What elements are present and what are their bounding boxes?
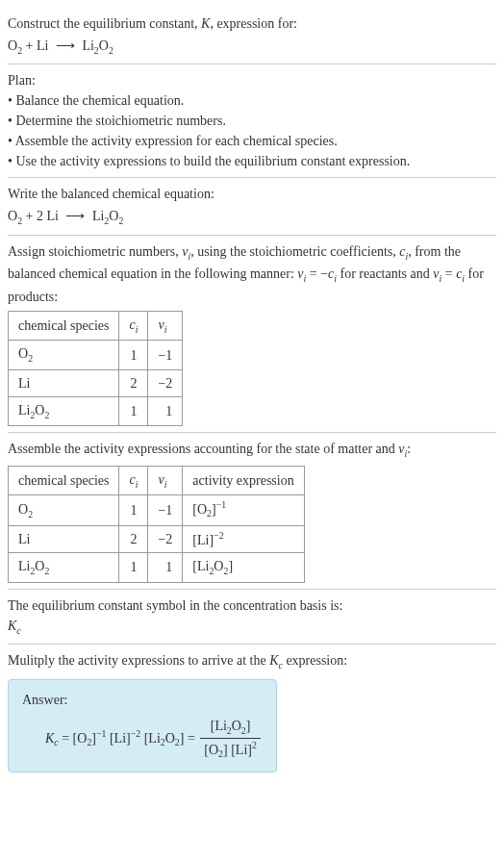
cell-ci: 2 bbox=[119, 525, 148, 553]
cell-nui: −1 bbox=[148, 495, 183, 525]
plan-item: • Use the activity expressions to build … bbox=[8, 151, 496, 171]
plan-item: • Balance the chemical equation. bbox=[8, 90, 496, 111]
cell-activity: [Li2O2] bbox=[183, 553, 304, 582]
header-nui: νi bbox=[148, 311, 183, 340]
plan-item: • Determine the stoichiometric numbers. bbox=[8, 111, 496, 131]
stoich-table: chemical species ci νi O2 1 −1 Li 2 −2 L… bbox=[8, 311, 183, 426]
table-row: Li2O2 1 1 bbox=[9, 396, 183, 425]
table-row: Li2O2 1 1 [Li2O2] bbox=[9, 553, 305, 582]
cell-species: Li2O2 bbox=[9, 553, 119, 582]
intro-section: Construct the equilibrium constant, K, e… bbox=[8, 8, 496, 64]
cell-nui: 1 bbox=[148, 553, 183, 582]
reaction-arrow: ⟶ bbox=[56, 36, 75, 56]
stoich-section: Assign stoichiometric numbers, νi, using… bbox=[8, 236, 496, 433]
species-li2o2: Li2O2 bbox=[79, 38, 113, 53]
cell-activity: [O2]−1 bbox=[183, 495, 304, 525]
table-row: Li 2 −2 bbox=[9, 369, 183, 396]
cell-ci: 2 bbox=[119, 369, 148, 396]
coef-2: 2 bbox=[37, 209, 47, 223]
table-row: O2 1 −1 bbox=[9, 341, 183, 369]
intro-text: Construct the equilibrium constant, K, e… bbox=[8, 13, 496, 34]
plan-section: Plan: • Balance the chemical equation. •… bbox=[8, 64, 496, 178]
plan-item: • Assemble the activity expression for e… bbox=[8, 131, 496, 151]
cell-ci: 1 bbox=[119, 553, 148, 582]
species-o2: O2 bbox=[8, 38, 22, 53]
unbalanced-equation: O2 + Li ⟶ Li2O2 bbox=[8, 36, 496, 58]
species-o2: O2 bbox=[8, 209, 22, 223]
cell-ci: 1 bbox=[119, 495, 148, 525]
multiply-text: Mulitply the activity expressions to arr… bbox=[8, 650, 496, 672]
balanced-heading: Write the balanced chemical equation: bbox=[8, 184, 496, 204]
intro-prefix: Construct the equilibrium constant, bbox=[8, 16, 201, 31]
intro-suffix: , expression for: bbox=[210, 16, 297, 31]
kc-expression: Kc = [O2]−1 [Li]−2 [Li2O2] = [Li2O2][O2]… bbox=[45, 716, 263, 763]
table-row: Li 2 −2 [Li]−2 bbox=[9, 525, 305, 553]
stoich-text: Assign stoichiometric numbers, νi, using… bbox=[8, 241, 496, 307]
denominator: [O2] [Li]2 bbox=[200, 739, 261, 762]
species-li: Li bbox=[37, 38, 52, 53]
header-nui: νi bbox=[148, 466, 183, 494]
cell-ci: 1 bbox=[119, 341, 148, 369]
intro-k: K bbox=[201, 16, 210, 31]
species-li: Li bbox=[46, 209, 62, 223]
cell-ci: 1 bbox=[119, 396, 148, 425]
answer-label: Answer: bbox=[22, 690, 263, 710]
activity-heading: Assemble the activity expressions accoun… bbox=[8, 439, 496, 461]
balanced-equation: O2 + 2 Li ⟶ Li2O2 bbox=[8, 206, 496, 228]
cell-species: O2 bbox=[9, 495, 119, 525]
symbol-text: The equilibrium constant symbol in the c… bbox=[8, 595, 496, 616]
cell-nui: −2 bbox=[148, 369, 183, 396]
header-ci: ci bbox=[119, 311, 148, 340]
header-ci: ci bbox=[119, 466, 148, 494]
fraction: [Li2O2][O2] [Li]2 bbox=[200, 716, 261, 763]
reaction-arrow: ⟶ bbox=[65, 206, 85, 226]
table-header-row: chemical species ci νi activity expressi… bbox=[9, 466, 305, 494]
activity-table: chemical species ci νi activity expressi… bbox=[8, 466, 305, 583]
cell-activity: [Li]−2 bbox=[183, 525, 304, 553]
header-species: chemical species bbox=[9, 311, 119, 340]
table-row: O2 1 −1 [O2]−1 bbox=[9, 495, 305, 525]
plan-heading: Plan: bbox=[8, 70, 496, 90]
table-header-row: chemical species ci νi bbox=[9, 311, 183, 340]
cell-nui: −1 bbox=[148, 341, 183, 369]
answer-box: Answer: Kc = [O2]−1 [Li]−2 [Li2O2] = [Li… bbox=[8, 679, 277, 773]
cell-species: Li bbox=[9, 369, 119, 396]
cell-nui: −2 bbox=[148, 525, 183, 553]
cell-species: Li2O2 bbox=[9, 396, 119, 425]
balanced-section: Write the balanced chemical equation: O2… bbox=[8, 178, 496, 235]
symbol-section: The equilibrium constant symbol in the c… bbox=[8, 590, 496, 645]
kc-symbol: Kc bbox=[8, 616, 496, 638]
numerator: [Li2O2] bbox=[200, 716, 261, 739]
cell-species: Li bbox=[9, 525, 119, 553]
header-species: chemical species bbox=[9, 466, 119, 494]
species-li2o2: Li2O2 bbox=[88, 209, 123, 223]
activity-section: Assemble the activity expressions accoun… bbox=[8, 433, 496, 589]
header-activity: activity expression bbox=[183, 466, 304, 494]
cell-species: O2 bbox=[9, 341, 119, 369]
cell-nui: 1 bbox=[148, 396, 183, 425]
multiply-section: Mulitply the activity expressions to arr… bbox=[8, 645, 496, 778]
